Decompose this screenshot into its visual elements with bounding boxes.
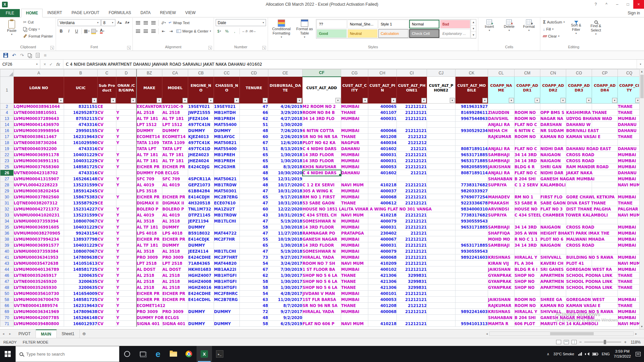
cell-D27[interactable]: Y xyxy=(116,176,137,182)
cell-CK28[interactable]: 7738317682 xyxy=(455,182,488,188)
filter-button-CB[interactable]: ▼ xyxy=(208,98,213,103)
cell-C47[interactable]: CV xyxy=(98,279,116,285)
cell-CL34[interactable] xyxy=(488,218,515,224)
cell-CC35[interactable] xyxy=(214,224,240,230)
cell-CA71[interactable]: SIGNA 401 xyxy=(162,321,188,327)
cell-CA40[interactable]: AL 3518 xyxy=(162,248,188,254)
horizontal-scroll-track[interactable] xyxy=(489,331,634,336)
column-header-C[interactable]: C xyxy=(98,69,116,77)
cell-CQ28[interactable]: NAVI MUM xyxy=(618,182,641,188)
cell-A47[interactable]: LVTNE00035265920 xyxy=(14,279,64,285)
cell-CL50[interactable] xyxy=(488,291,515,297)
fill-button[interactable]: ↓Fill▾ xyxy=(542,25,566,33)
cell-A46[interactable]: LVTNE00035265917 xyxy=(14,273,64,279)
cell-CF69[interactable]: HIRALAL YADA xyxy=(303,309,341,315)
cancel-button[interactable]: × xyxy=(44,62,46,67)
cell-CJ30[interactable] xyxy=(427,194,455,200)
cell-CF26[interactable]: C 4 NIDHI DARS xyxy=(303,170,341,176)
cell-CP28[interactable] xyxy=(592,182,618,188)
cell-CI31[interactable]: 21212121 xyxy=(397,200,427,206)
row-number-18[interactable]: 18 xyxy=(0,140,14,146)
cell-CK4[interactable]: 8169928611 xyxy=(455,110,488,116)
cell-CQ40[interactable] xyxy=(618,248,641,254)
cell-CQ39[interactable]: MUMBAI xyxy=(618,242,641,248)
page-break-view-button[interactable] xyxy=(572,340,577,344)
cell-CI36[interactable]: 212121 xyxy=(397,230,427,236)
cell-CL27[interactable]: SHAHABAN xyxy=(488,176,515,182)
cell-CE2[interactable]: 4/26/2019 xyxy=(268,104,303,110)
cell-A58[interactable]: LVMUM00036700470 xyxy=(14,297,64,303)
cell-D44[interactable]: Y xyxy=(116,266,137,273)
cell-CK31[interactable]: 9223336678 xyxy=(455,200,488,206)
cell-CK44[interactable] xyxy=(455,266,488,273)
cell-CC50[interactable]: MC2F8HRC xyxy=(214,291,240,297)
row-number-70[interactable]: 70 xyxy=(0,315,14,321)
customize-qat-button[interactable]: ≡ xyxy=(44,53,46,58)
cell-CH58[interactable]: 400053 xyxy=(368,297,397,303)
cell-CJ48[interactable] xyxy=(427,285,455,291)
cell-CB30[interactable]: E414CDJH xyxy=(188,194,214,200)
cell-CI71[interactable]: 21212121 xyxy=(397,321,427,327)
cell-CF44[interactable]: 1 ST FLOOR BA xyxy=(303,266,341,273)
formula-input[interactable]: C 4 NIDHI DARSHAN APARTMENT DAHANU JAWHA… xyxy=(63,60,637,69)
cell-CI38[interactable]: 21212121 xyxy=(397,236,427,242)
cell-C28[interactable]: CV xyxy=(98,182,116,188)
cell-CN27[interactable]: GANESH NAGAR MUMBAI xyxy=(540,176,566,182)
cell-CN25[interactable]: SHRI GAN xyxy=(540,164,566,170)
cell-CJ27[interactable] xyxy=(427,176,455,182)
cell-BZ13[interactable]: AL TF 181 xyxy=(137,116,162,122)
cell-CJ71[interactable] xyxy=(427,321,455,327)
filter-button-CA[interactable]: ▼ xyxy=(182,98,187,103)
cell-B13[interactable]: 87552115 xyxy=(64,116,98,122)
cell-CA17[interactable]: ECOMET14 xyxy=(162,134,188,140)
cell-CH44[interactable]: 400102 xyxy=(368,266,397,273)
cell-BZ44[interactable]: AL DOST xyxy=(137,266,162,273)
increase-indent-button[interactable]: ⇥ xyxy=(168,27,175,35)
cell-CJ4[interactable] xyxy=(427,110,455,116)
cell-A43[interactable]: LVNMU00035472638 xyxy=(14,260,64,266)
top-align-button[interactable] xyxy=(135,19,142,26)
comma-style-button[interactable]: , xyxy=(231,27,238,35)
filter-button-C[interactable]: ▼ xyxy=(111,98,116,103)
field-header-cust_alt_city[interactable]: CUST_ALT_CITY▼ xyxy=(341,77,368,104)
cell-CJ26[interactable] xyxy=(427,170,455,176)
row-number-44[interactable]: 44 xyxy=(0,266,14,273)
enter-button[interactable]: ✓ xyxy=(49,62,53,67)
cell-CG23[interactable]: MUMBAI xyxy=(341,158,368,164)
cell-A48[interactable]: LVTNE00035265930 xyxy=(14,285,64,291)
cell-CN22[interactable]: NAIGAON xyxy=(540,152,566,158)
format-cells-button[interactable]: ▾ Format▾ xyxy=(520,18,538,32)
cell-CB46[interactable]: HGHZ4007 xyxy=(188,273,214,279)
cell-CI70[interactable] xyxy=(397,315,427,321)
field-header-loan-no[interactable]: LOAN NO▼ xyxy=(14,77,64,104)
cell-CL39[interactable]: SAMBHAJI xyxy=(488,242,515,248)
field-header-cust_alt_phone2[interactable]: CUST_ALT_PHONE2▼ xyxy=(427,77,455,104)
cell-CP40[interactable] xyxy=(592,248,618,254)
cell-A29[interactable]: LVMUM00038202454 xyxy=(14,188,64,194)
cell-CM32[interactable]: HOUSE NO xyxy=(515,206,540,212)
cell-CL71[interactable]: MAMTA R xyxy=(488,321,515,327)
cell-CE22[interactable]: 1/30/2018 xyxy=(268,152,303,158)
cell-CL32[interactable]: ARVINDSI xyxy=(488,206,515,212)
cell-CM31[interactable]: 53 SABE R xyxy=(515,200,540,206)
cell-CF46[interactable]: SHOP NO 5 6 LA xyxy=(303,273,341,279)
cell-CL18[interactable] xyxy=(488,140,515,146)
field-header-make[interactable]: MAKE▼ xyxy=(137,77,162,104)
cell-CK30[interactable]: 9769077254 xyxy=(455,194,488,200)
cell-B31[interactable]: 135587929 xyxy=(64,200,98,206)
cell-CN13[interactable]: NAGAR NA xyxy=(540,116,566,122)
cell-CP39[interactable] xyxy=(592,242,618,248)
cell-CG17[interactable]: THANE xyxy=(341,134,368,140)
cell-CM29[interactable] xyxy=(515,188,540,194)
cell-A41[interactable]: LVNMU00036341953 xyxy=(14,254,64,260)
cell-CO41[interactable]: BUILDING NO 5 RAWA xyxy=(566,254,592,260)
cell-B33[interactable]: 135231599 xyxy=(64,212,98,218)
copy-button[interactable]: Copy▾ xyxy=(22,25,54,33)
cell-CK26[interactable]: 8087189114 xyxy=(455,170,488,176)
cell-CA35[interactable]: DUMMY xyxy=(162,224,188,230)
field-header-coapp_addr1[interactable]: COAPP_ADDR1▼ xyxy=(515,77,540,104)
row-number-1[interactable]: 1 xyxy=(0,77,14,104)
cell-CF47[interactable]: SHOP NO 5 6 LA xyxy=(303,279,341,285)
cell-CG31[interactable]: THANE xyxy=(341,200,368,206)
cell-CD43[interactable]: 54 xyxy=(240,260,268,266)
